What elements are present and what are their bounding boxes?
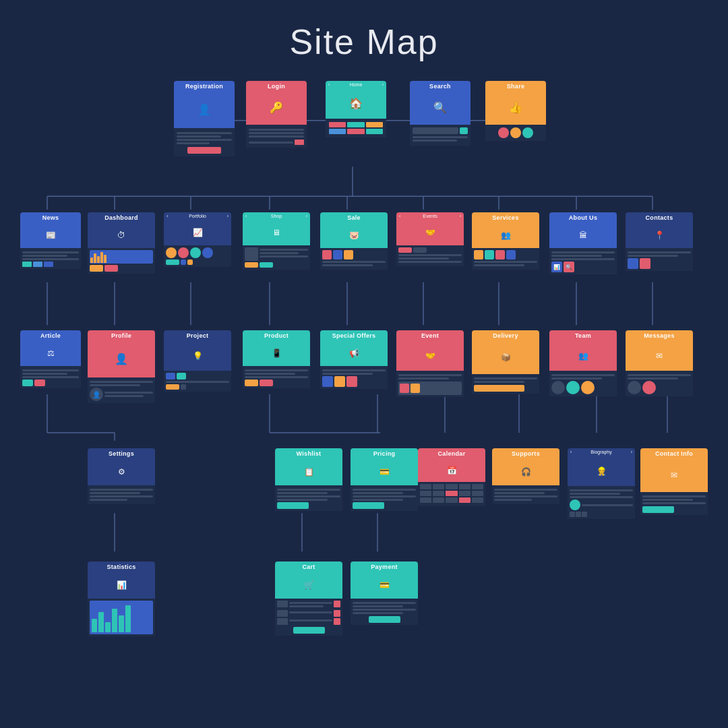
node-product: Product 📱	[243, 330, 310, 411]
shop-label: Shop	[271, 214, 282, 218]
event-icon-area: 🤝	[396, 340, 464, 371]
team-icon: 👥	[578, 352, 588, 360]
services-icon-area: 👥	[472, 222, 539, 248]
node-messages: Messages ✉	[626, 330, 693, 418]
biography-label: Biography	[590, 450, 612, 454]
home-label: Home	[350, 82, 363, 87]
node-search: Search 🔍	[410, 81, 471, 162]
cart-icon-area: 🛒	[275, 572, 342, 599]
node-calendar: Calendar 📅	[418, 448, 485, 536]
node-event: Event 🤝	[396, 330, 464, 418]
node-payment: Payment 💳	[351, 562, 418, 656]
node-dashboard: Dashboard ⏱	[88, 212, 155, 290]
dashboard-icon-area: ⏱	[88, 222, 155, 248]
sale-label: Sale	[320, 212, 388, 222]
sale-icon-area: 🐷	[320, 222, 388, 248]
payment-icon-area: 💳	[351, 572, 418, 599]
supports-icon: 🎧	[521, 468, 531, 476]
payment-icon: 💳	[380, 581, 390, 589]
node-specialoffers: Special Offers 📢	[320, 330, 388, 411]
node-shop: ‹Shop› 🖥	[243, 212, 310, 290]
shop-icon: 🖥	[272, 229, 280, 237]
contacts-icon-area: 📍	[626, 222, 693, 248]
aboutus-icon: 🏛	[579, 231, 587, 239]
event-label: Event	[396, 330, 464, 340]
share-icon-area: 👍	[485, 91, 546, 125]
specialoffers-icon: 📢	[349, 349, 359, 357]
share-icon: 👍	[509, 102, 522, 113]
delivery-icon: 📦	[501, 353, 511, 361]
calendar-icon-area: 📅	[418, 458, 485, 482]
node-team: Team 👥	[549, 330, 617, 418]
services-label: Services	[472, 212, 539, 222]
biography-icon: 👷	[597, 467, 607, 475]
contactinfo-icon-area: ✉	[640, 458, 708, 492]
node-biography: ‹Biography› 👷	[568, 448, 635, 543]
cart-label: Cart	[275, 562, 342, 572]
wishlist-icon-area: 📋	[275, 458, 342, 485]
node-registration: Registration 👤	[174, 81, 235, 162]
profile-icon-area: 👤	[88, 340, 155, 377]
node-login: Login 🔑	[246, 81, 307, 175]
node-wishlist: Wishlist 📋	[275, 448, 342, 536]
portfolio-nav-header: ‹Portfolio›	[164, 212, 231, 220]
project-label: Project	[164, 330, 231, 340]
product-icon: 📱	[272, 349, 282, 357]
node-article: Article ⚖	[20, 330, 81, 404]
news-icon-area: 📰	[20, 222, 81, 248]
pricing-icon: 💳	[380, 468, 390, 476]
settings-icon: ⚙	[118, 468, 125, 476]
article-icon-area: ⚖	[20, 340, 81, 366]
node-project: Project 💡	[164, 330, 231, 411]
statistics-label: Statistics	[88, 562, 155, 572]
node-profile: Profile 👤 👤	[88, 330, 155, 418]
contacts-label: Contacts	[626, 212, 693, 222]
specialoffers-label: Special Offers	[320, 330, 388, 340]
node-aboutus: About Us 🏛 📊 🔍	[549, 212, 617, 290]
messages-label: Messages	[626, 330, 693, 340]
services-icon: 👥	[501, 231, 511, 239]
supports-icon-area: 🎧	[492, 458, 559, 485]
messages-icon-area: ✉	[626, 340, 693, 371]
share-label: Share	[485, 81, 546, 91]
portfolio-label: Portfolio	[189, 214, 206, 218]
search-icon-area: 🔍	[410, 91, 471, 125]
node-news: News 📰	[20, 212, 81, 290]
node-statistics: Statistics 📊	[88, 562, 155, 649]
node-pricing: Pricing 💳	[351, 448, 418, 536]
node-cart: Cart 🛒	[275, 562, 342, 656]
cart-icon: 🛒	[304, 581, 314, 589]
events-icon: 🤝	[425, 229, 435, 237]
specialoffers-icon-area: 📢	[320, 340, 388, 366]
profile-label: Profile	[88, 330, 155, 340]
pricing-icon-area: 💳	[351, 458, 418, 485]
delivery-icon-area: 📦	[472, 340, 539, 374]
delivery-label: Delivery	[472, 330, 539, 340]
product-label: Product	[243, 330, 310, 340]
event-icon: 🤝	[425, 352, 435, 360]
profile-icon: 👤	[115, 354, 128, 365]
node-services: Services 👥	[472, 212, 539, 290]
dashboard-icon: ⏱	[117, 231, 125, 239]
supports-label: Supports	[492, 448, 559, 458]
sale-icon: 🐷	[349, 231, 359, 239]
project-icon: 💡	[193, 352, 203, 360]
statistics-icon: 📊	[117, 581, 127, 589]
settings-icon-area: ⚙	[88, 458, 155, 485]
news-icon: 📰	[46, 231, 56, 239]
home-icon-area: 🏠	[326, 88, 386, 119]
home-icon: 🏠	[349, 98, 363, 109]
node-home: ‹Home› 🏠	[326, 81, 386, 175]
node-sale: Sale 🐷	[320, 212, 388, 290]
pricing-label: Pricing	[351, 448, 418, 458]
settings-label: Settings	[88, 448, 155, 458]
login-icon: 🔑	[270, 102, 283, 113]
search-icon: 🔍	[433, 102, 447, 113]
node-delivery: Delivery 📦	[472, 330, 539, 418]
portfolio-icon: 📈	[193, 229, 203, 237]
dashboard-label: Dashboard	[88, 212, 155, 222]
aboutus-label: About Us	[549, 212, 617, 222]
article-icon: ⚖	[47, 349, 55, 357]
events-icon-area: 🤝	[396, 220, 464, 245]
news-label: News	[20, 212, 81, 222]
